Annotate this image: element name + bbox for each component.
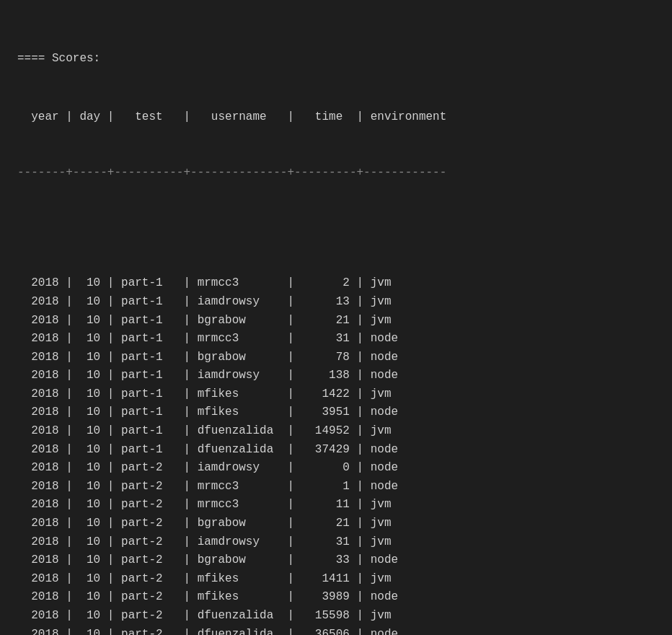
scores-title: ==== Scores: [17,50,655,69]
table-row: 2018 | 10 | part-2 | iamdrowsy | 31 | jv… [17,533,655,552]
table-row: 2018 | 10 | part-1 | bgrabow | 21 | jvm [17,312,655,330]
table-row: 2018 | 10 | part-1 | iamdrowsy | 13 | jv… [17,293,655,312]
table-separator: -------+-----+----------+--------------+… [17,164,655,183]
table-row: 2018 | 10 | part-1 | mrmcc3 | 31 | node [17,330,655,349]
table-row: 2018 | 10 | part-2 | dfuenzalida | 15598… [17,607,655,626]
terminal-output: ==== Scores: year | day | test | usernam… [17,13,655,635]
table-row: 2018 | 10 | part-2 | mrmcc3 | 11 | jvm [17,496,655,514]
table-row: 2018 | 10 | part-2 | bgrabow | 33 | node [17,551,655,570]
table-row: 2018 | 10 | part-1 | bgrabow | 78 | node [17,349,655,367]
table-row: 2018 | 10 | part-1 | dfuenzalida | 37429… [17,441,655,460]
table-row: 2018 | 10 | part-2 | mfikes | 1411 | jvm [17,570,655,589]
table-row: 2018 | 10 | part-1 | iamdrowsy | 138 | n… [17,367,655,385]
table-row: 2018 | 10 | part-2 | mrmcc3 | 1 | node [17,478,655,496]
table-row: 2018 | 10 | part-2 | dfuenzalida | 36506… [17,626,655,635]
table-row: 2018 | 10 | part-1 | mfikes | 3951 | nod… [17,403,655,422]
table-row: 2018 | 10 | part-2 | mfikes | 3989 | nod… [17,588,655,607]
table-row: 2018 | 10 | part-1 | mfikes | 1422 | jvm [17,385,655,404]
table-row: 2018 | 10 | part-1 | dfuenzalida | 14952… [17,422,655,441]
table-row: 2018 | 10 | part-2 | iamdrowsy | 0 | nod… [17,459,655,478]
table-row: 2018 | 10 | part-2 | bgrabow | 21 | jvm [17,514,655,533]
table-header: year | day | test | username | time | en… [17,108,655,127]
table-row: 2018 | 10 | part-1 | mrmcc3 | 2 | jvm [17,274,655,293]
table-spacer [17,219,655,238]
